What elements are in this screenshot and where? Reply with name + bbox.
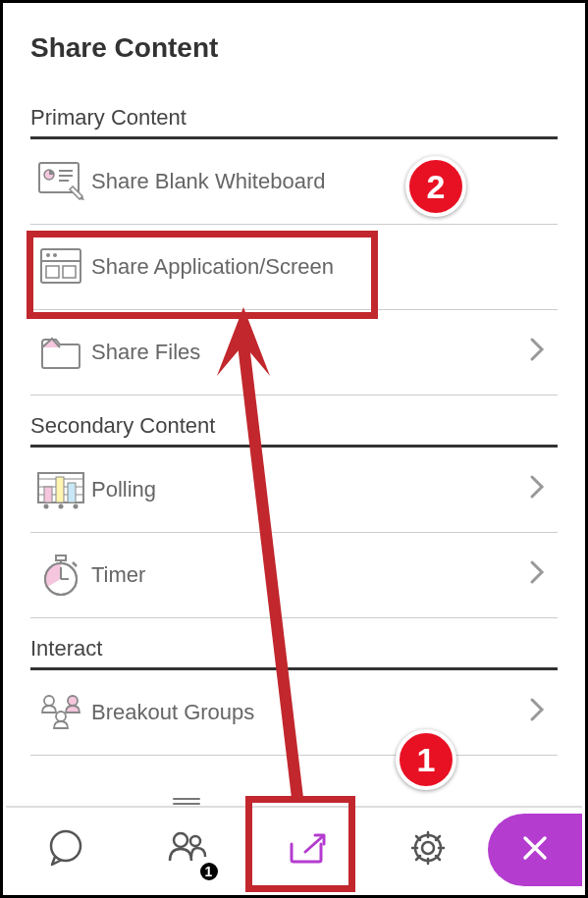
svg-point-7 bbox=[46, 253, 50, 257]
section-secondary-label: Secondary Content bbox=[30, 413, 558, 448]
gear-icon bbox=[407, 827, 449, 872]
svg-point-32 bbox=[174, 833, 187, 847]
close-panel-button[interactable] bbox=[488, 814, 582, 886]
share-files-label: Share Files bbox=[91, 340, 528, 365]
close-icon bbox=[520, 833, 550, 867]
share-content-panel: Share Content Primary Content Share Blan… bbox=[0, 0, 588, 898]
breakout-groups-label: Breakout Groups bbox=[91, 700, 528, 725]
svg-point-28 bbox=[44, 696, 54, 706]
share-whiteboard-label: Share Blank Whiteboard bbox=[91, 169, 552, 194]
share-icon bbox=[286, 828, 329, 872]
svg-point-8 bbox=[53, 253, 57, 257]
chevron-right-icon bbox=[528, 336, 552, 370]
svg-point-33 bbox=[190, 836, 200, 846]
share-files-item[interactable]: Share Files bbox=[30, 310, 558, 396]
svg-rect-15 bbox=[44, 487, 52, 502]
svg-point-20 bbox=[74, 504, 79, 509]
svg-point-18 bbox=[44, 504, 49, 509]
share-application-screen-item[interactable]: Share Application/Screen bbox=[30, 225, 558, 310]
section-primary: Primary Content Share Blank Whiteboard bbox=[30, 105, 558, 396]
svg-rect-9 bbox=[46, 266, 59, 278]
section-interact: Interact Breakout Groups bbox=[30, 636, 558, 756]
whiteboard-icon bbox=[30, 157, 91, 206]
polling-icon bbox=[30, 465, 91, 514]
chat-icon bbox=[45, 827, 86, 872]
nav-settings-button[interactable] bbox=[367, 808, 488, 892]
files-icon bbox=[30, 328, 91, 377]
svg-point-31 bbox=[51, 831, 80, 861]
breakout-groups-icon bbox=[30, 688, 91, 737]
nav-share-button[interactable] bbox=[247, 808, 368, 892]
svg-point-30 bbox=[56, 712, 66, 721]
drag-handle-icon bbox=[173, 798, 200, 804]
section-interact-label: Interact bbox=[30, 636, 558, 670]
annotation-callout-1: 1 bbox=[396, 729, 456, 790]
chevron-right-icon bbox=[528, 473, 552, 507]
svg-line-27 bbox=[73, 562, 77, 566]
timer-label: Timer bbox=[91, 562, 528, 588]
attendee-count-badge: 1 bbox=[198, 861, 220, 882]
svg-rect-10 bbox=[63, 266, 76, 278]
nav-attendees-button[interactable]: 1 bbox=[127, 808, 247, 892]
annotation-callout-2: 2 bbox=[405, 156, 466, 217]
polling-item[interactable]: Polling bbox=[30, 448, 558, 533]
chevron-right-icon bbox=[528, 558, 552, 593]
svg-rect-17 bbox=[68, 483, 76, 502]
timer-icon bbox=[30, 551, 91, 600]
share-whiteboard-item[interactable]: Share Blank Whiteboard bbox=[30, 139, 558, 225]
svg-point-19 bbox=[59, 504, 64, 509]
svg-point-34 bbox=[422, 842, 434, 854]
panel-title: Share Content bbox=[17, 17, 571, 87]
section-secondary: Secondary Content Polling bbox=[30, 413, 558, 618]
chevron-right-icon bbox=[528, 696, 552, 730]
svg-point-35 bbox=[415, 835, 441, 861]
svg-point-29 bbox=[68, 696, 78, 706]
timer-item[interactable]: Timer bbox=[30, 533, 558, 618]
svg-rect-16 bbox=[56, 477, 64, 502]
share-application-screen-label: Share Application/Screen bbox=[91, 254, 552, 280]
breakout-groups-item[interactable]: Breakout Groups bbox=[30, 670, 558, 756]
application-screen-icon bbox=[30, 242, 91, 291]
polling-label: Polling bbox=[91, 477, 528, 502]
section-primary-label: Primary Content bbox=[30, 105, 558, 139]
bottom-nav-bar: 1 bbox=[6, 806, 582, 892]
nav-chat-button[interactable] bbox=[6, 808, 127, 892]
svg-rect-25 bbox=[56, 555, 66, 560]
